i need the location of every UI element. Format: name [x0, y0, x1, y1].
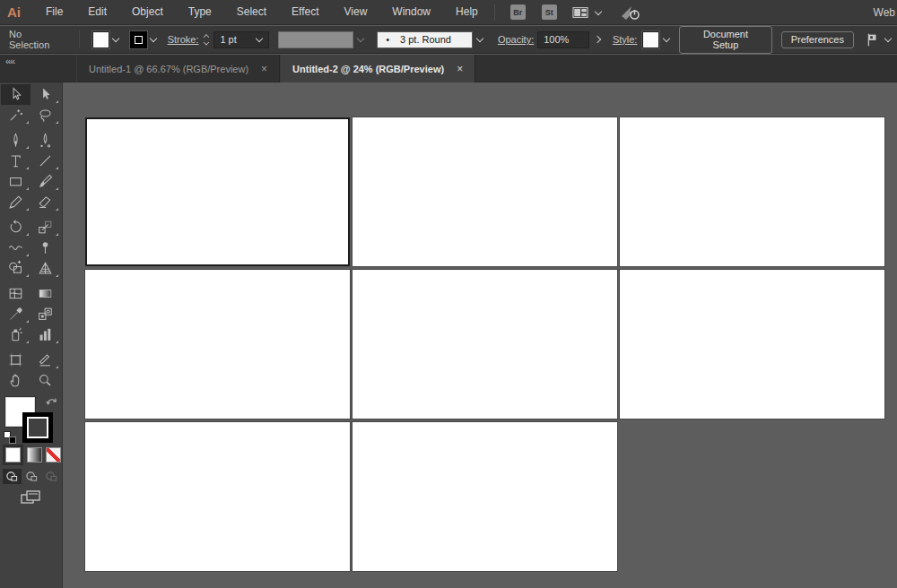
- stroke-weight-field[interactable]: 1 pt: [213, 31, 269, 48]
- preferences-button[interactable]: Preferences: [781, 31, 854, 48]
- artboard-4[interactable]: [85, 270, 350, 419]
- shaper-tool[interactable]: [1, 192, 30, 212]
- menu-window[interactable]: Window: [379, 0, 443, 24]
- lasso-tool[interactable]: [30, 105, 60, 125]
- hand-tool[interactable]: [1, 370, 30, 391]
- eraser-tool[interactable]: [30, 192, 60, 212]
- gpu-performance-icon[interactable]: [620, 3, 641, 22]
- screen-mode-icon[interactable]: [20, 489, 41, 510]
- blend-tool[interactable]: [30, 304, 60, 324]
- artboard-7[interactable]: [85, 422, 350, 571]
- fill-chevron-icon[interactable]: [112, 36, 119, 43]
- opacity-field[interactable]: 100%: [537, 31, 589, 48]
- none-button[interactable]: [46, 447, 61, 463]
- type-tool[interactable]: [1, 151, 30, 171]
- selection-tool[interactable]: [1, 84, 30, 105]
- draw-behind-icon[interactable]: [22, 469, 41, 484]
- zoom-tool[interactable]: [30, 370, 60, 391]
- flyout-triangle-icon: [56, 274, 58, 277]
- canvas-area[interactable]: [63, 82, 897, 588]
- document-tab-2[interactable]: Untitled-2 @ 24% (RGB/Preview)×: [280, 55, 475, 82]
- stroke-color-swatch[interactable]: [130, 31, 147, 48]
- flyout-triangle-icon: [26, 167, 29, 169]
- stroke-weight-value[interactable]: 1 pt: [220, 34, 236, 45]
- width-profile-chevron-icon[interactable]: [357, 36, 364, 43]
- line-segment-tool[interactable]: [30, 151, 60, 171]
- opacity-slider-icon[interactable]: [595, 36, 602, 43]
- stepper-up-icon[interactable]: [204, 33, 209, 39]
- tab-close-icon[interactable]: ×: [261, 63, 267, 75]
- menu-edit[interactable]: Edit: [75, 0, 119, 24]
- stroke-weight-stepper[interactable]: [203, 30, 213, 48]
- brush-chevron[interactable]: [473, 31, 487, 48]
- style-chevron-icon[interactable]: [663, 36, 670, 43]
- width-tool[interactable]: [1, 238, 30, 258]
- gradient-tool[interactable]: [30, 283, 60, 304]
- menu-file[interactable]: File: [33, 0, 75, 24]
- direct-selection-tool[interactable]: [30, 84, 60, 105]
- gradient-button[interactable]: [27, 447, 42, 463]
- align-options-icon[interactable]: [863, 31, 892, 48]
- brush-definition-dropdown[interactable]: • 3 pt. Round: [377, 31, 473, 48]
- tab-close-icon[interactable]: ×: [457, 63, 463, 75]
- opacity-value[interactable]: 100%: [544, 34, 569, 45]
- artboard-8[interactable]: [353, 422, 617, 571]
- stepper-down-icon[interactable]: [204, 40, 209, 46]
- menu-select[interactable]: Select: [224, 0, 279, 24]
- stroke-label[interactable]: Stroke:: [168, 34, 199, 45]
- tab-container: Untitled-1 @ 66.67% (RGB/Preview)×Untitl…: [76, 55, 475, 82]
- shape-builder-tool[interactable]: [1, 258, 30, 279]
- artboard-1[interactable]: [85, 117, 350, 266]
- artboard-5[interactable]: [353, 270, 617, 419]
- slice-tool[interactable]: [30, 350, 60, 370]
- artboard-3[interactable]: [620, 117, 884, 266]
- menu-object[interactable]: Object: [119, 0, 176, 24]
- chevron-down-icon[interactable]: [595, 9, 602, 16]
- draw-normal-icon[interactable]: [3, 469, 22, 484]
- collapse-panels-icon[interactable]: ««: [5, 56, 14, 66]
- width-profile-dropdown[interactable]: [278, 31, 353, 48]
- stock-button[interactable]: St: [542, 4, 557, 20]
- menu-view[interactable]: View: [332, 0, 380, 24]
- brush-name: 3 pt. Round: [400, 34, 451, 45]
- style-label[interactable]: Style:: [613, 34, 638, 45]
- color-button[interactable]: [5, 447, 21, 463]
- mesh-tool[interactable]: [1, 283, 30, 304]
- flyout-triangle-icon: [56, 208, 58, 211]
- magic-wand-tool[interactable]: [1, 105, 30, 125]
- artboard-6[interactable]: [620, 270, 884, 419]
- pen-tool[interactable]: [1, 130, 30, 151]
- stroke-proxy-swatch[interactable]: [22, 412, 53, 443]
- swap-fill-stroke-icon[interactable]: [45, 395, 57, 411]
- menu-effect[interactable]: Effect: [279, 0, 331, 24]
- arrange-documents-icon[interactable]: [570, 4, 602, 21]
- curvature-tool[interactable]: [30, 130, 60, 151]
- opacity-label[interactable]: Opacity:: [498, 34, 534, 45]
- eyedropper-tool[interactable]: [1, 304, 30, 324]
- perspective-grid-tool[interactable]: [30, 258, 60, 279]
- style-swatch[interactable]: [642, 31, 659, 48]
- flyout-triangle-icon: [56, 233, 58, 236]
- workspace-switcher[interactable]: Web: [874, 6, 897, 19]
- stroke-chevron-icon[interactable]: [150, 36, 157, 43]
- rotate-tool[interactable]: [1, 217, 30, 238]
- flyout-triangle-icon: [26, 341, 29, 343]
- puppet-warp-tool[interactable]: [30, 238, 60, 258]
- symbol-sprayer-tool[interactable]: [1, 324, 30, 345]
- stroke-weight-chevron-icon[interactable]: [256, 36, 263, 43]
- align-chevron-icon[interactable]: [884, 36, 892, 43]
- document-tab-1[interactable]: Untitled-1 @ 66.67% (RGB/Preview)×: [76, 55, 280, 82]
- scale-tool[interactable]: [30, 217, 60, 238]
- bridge-button[interactable]: Br: [510, 4, 526, 20]
- document-setup-button[interactable]: Document Setup: [679, 26, 771, 54]
- default-fill-stroke-icon[interactable]: [4, 431, 16, 444]
- menu-help[interactable]: Help: [443, 0, 491, 24]
- artboard-tool[interactable]: [1, 350, 30, 370]
- paintbrush-tool[interactable]: [30, 171, 60, 192]
- fill-color-swatch[interactable]: [92, 31, 109, 48]
- column-graph-tool[interactable]: [30, 324, 60, 345]
- artboard-2[interactable]: [353, 117, 617, 266]
- menu-type[interactable]: Type: [176, 0, 224, 24]
- flyout-triangle-icon: [56, 366, 58, 368]
- rectangle-tool[interactable]: [1, 171, 30, 192]
